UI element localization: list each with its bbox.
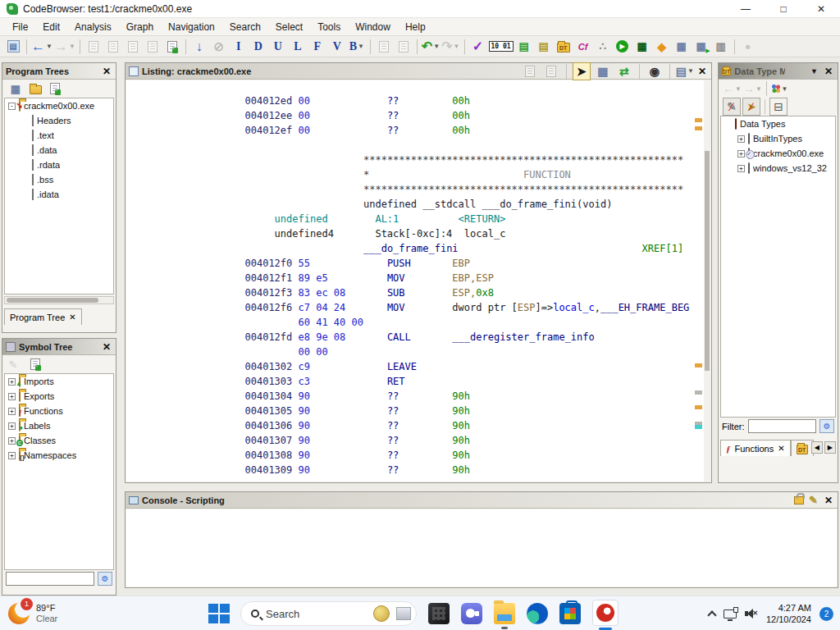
dtm-filter-options-icon[interactable]: ⚙ <box>819 419 834 433</box>
down-arrow-icon[interactable]: ↓ <box>190 38 208 56</box>
dtm-filter-input[interactable] <box>748 419 817 433</box>
taskbar-terminal-icon[interactable] <box>428 603 450 624</box>
taskbar-explorer-icon[interactable] <box>494 603 515 624</box>
program-tree-row[interactable]: .text <box>5 128 113 143</box>
page-tool-icon-1[interactable] <box>84 38 103 56</box>
save-icon[interactable]: ▤ <box>4 38 22 56</box>
datatype-tree-row[interactable]: +BuiltInTypes <box>721 131 835 146</box>
network-ethernet-icon[interactable] <box>724 609 737 619</box>
program-tree-tab[interactable]: Program Tree ✕ <box>4 308 82 325</box>
tray-clock[interactable]: 4:27 AM 12/10/2024 <box>766 602 811 625</box>
clear-console-icon[interactable]: ✎ <box>809 494 818 506</box>
datatype-tree-row[interactable]: Data Types <box>721 116 835 131</box>
program-tree-hscrollbar[interactable] <box>4 296 114 304</box>
edit-pencil-icon[interactable]: ✎ <box>7 355 25 373</box>
console-header[interactable]: Console - Scripting ✎ ✕ <box>126 492 838 509</box>
listing-line[interactable]: *FUNCTION <box>126 167 710 182</box>
tab-scroll-left-icon[interactable]: ◀ <box>811 441 823 454</box>
datatype-manager-header[interactable]: DT Data Type Manager ▼ ✕ <box>719 63 838 80</box>
symbol-tree-row[interactable]: +Exports <box>5 389 113 404</box>
symbol-tree-row[interactable]: +CClasses <box>5 433 113 448</box>
symbol-tree-filter-options-icon[interactable]: ⚙ <box>98 572 112 586</box>
listing-line[interactable]: ****************************************… <box>126 182 710 197</box>
listing-line[interactable]: 00 00 <box>126 345 710 359</box>
menu-file[interactable]: File <box>5 20 35 34</box>
page-tool-icon-2[interactable] <box>104 38 122 56</box>
listing-vscroll-thumb[interactable] <box>705 151 710 371</box>
back-arrow-icon[interactable]: ←▼ <box>31 38 52 56</box>
letter-f-button[interactable]: F <box>308 38 326 56</box>
listing-vscrollbar[interactable] <box>704 80 710 482</box>
merge-tool-icon-1[interactable] <box>375 38 393 56</box>
listing-line[interactable]: 004012fde8 9e 08CALL___deregister_frame_… <box>126 330 710 345</box>
menu-search[interactable]: Search <box>222 20 268 34</box>
expander-plus-icon[interactable]: + <box>737 135 745 143</box>
snapshot-camera-icon[interactable]: ◉ <box>646 62 664 80</box>
no-pointer-icon[interactable]: ➤∕ <box>742 98 760 116</box>
menu-navigation[interactable]: Navigation <box>161 20 222 34</box>
program-tree-row[interactable]: Headers <box>5 113 113 128</box>
page-record-icon[interactable] <box>163 38 181 56</box>
menu-edit[interactable]: Edit <box>35 20 67 34</box>
memory-map-icon[interactable]: ▤ <box>515 38 533 56</box>
listing-line[interactable]: 004012ef00??00h <box>126 123 710 138</box>
export-tree-icon[interactable] <box>46 80 64 98</box>
listing-line[interactable]: 004012f6c7 04 24MOVdword ptr [ESP]=>loca… <box>126 300 710 315</box>
org-chart-icon[interactable]: ▥ <box>712 38 730 56</box>
listing-line[interactable]: undefined __stdcall ___do_frame_fini(voi… <box>126 197 710 212</box>
taskbar-store-icon[interactable] <box>559 603 581 624</box>
program-trees-header[interactable]: Program Trees ✕ <box>2 63 116 80</box>
clear-flow-icon[interactable]: ⊘ <box>210 38 228 56</box>
memory-chip-icon[interactable]: ▦ <box>633 38 651 56</box>
expander-plus-icon[interactable]: + <box>8 452 16 459</box>
letter-v-button[interactable]: V <box>328 38 346 56</box>
listing-line[interactable]: 004012f383 ec 08SUBESP,0x8 <box>126 285 710 300</box>
scroll-lock-icon[interactable] <box>794 496 804 504</box>
expander-plus-icon[interactable]: + <box>8 378 16 386</box>
letter-l-button[interactable]: L <box>289 38 307 56</box>
binary-view-icon[interactable]: 10 01 <box>489 38 514 56</box>
diff-view-icon[interactable]: ⇄ <box>615 62 633 80</box>
program-tree-row[interactable]: .rdata <box>5 158 113 172</box>
notification-badge[interactable]: 2 <box>819 607 833 621</box>
program-tree-row[interactable]: .data <box>5 143 113 158</box>
dtm-menu-icon[interactable]: ▼ <box>810 67 818 75</box>
datatype-tree-row[interactable]: +windows_vs12_32 <box>721 161 835 176</box>
listing-line[interactable]: 00401303c3RET <box>126 374 710 389</box>
listing-line[interactable]: 0040130990??90h <box>126 463 710 477</box>
datatypes-tab[interactable]: DT <box>791 440 814 456</box>
merge-tool-icon-2[interactable] <box>395 38 413 56</box>
listing-line[interactable]: 004012ed00??00h <box>126 94 710 108</box>
menu-select[interactable]: Select <box>268 20 310 34</box>
maximize-button[interactable]: □ <box>765 0 802 17</box>
listing-line[interactable] <box>126 138 710 153</box>
start-button[interactable] <box>208 603 229 624</box>
expander-plus-icon[interactable]: + <box>8 408 16 415</box>
diamond-icon[interactable]: ◆ <box>653 38 671 56</box>
listing-header[interactable]: Listing: crackme0x00.exe ➤ ▦ ⇄ ◉ ▤▼ ✕ <box>126 63 711 80</box>
open-folder-icon[interactable] <box>26 80 44 98</box>
datatypes-folder-icon[interactable]: DT <box>555 38 573 56</box>
program-tree-row[interactable]: .bss <box>5 172 113 187</box>
listing-line[interactable]: undefinedAL:1<RETURN> <box>126 212 710 226</box>
listing-line[interactable]: 0040130690??90h <box>126 418 710 433</box>
letter-u-button[interactable]: U <box>269 38 287 56</box>
no-edit-pencil-icon[interactable]: ✎∕ <box>723 98 741 116</box>
dtm-forward-icon[interactable]: →▼ <box>743 80 762 98</box>
functions-tab[interactable]: ƒ Functions ✕ <box>720 440 791 456</box>
listing-line[interactable]: 0040130590??90h <box>126 404 710 418</box>
listing-line[interactable]: 0040130890??90h <box>126 448 710 463</box>
listing-line[interactable]: 60 41 40 00 <box>126 315 710 330</box>
tray-chevron-up-icon[interactable] <box>707 610 716 619</box>
menu-tools[interactable]: Tools <box>310 20 348 34</box>
view-table-icon[interactable]: ▦ <box>7 80 25 98</box>
snapshot-clone-icon[interactable] <box>542 62 560 80</box>
listing-display-icon[interactable]: ▤▼ <box>676 62 694 80</box>
expander-plus-icon[interactable]: + <box>737 150 745 158</box>
listing-line[interactable]: 0040130490??90h <box>126 389 710 404</box>
console-close-icon[interactable]: ✕ <box>823 495 834 506</box>
taskbar-edge-icon[interactable] <box>527 603 548 624</box>
chat-icon[interactable]: ● <box>739 38 757 56</box>
menu-window[interactable]: Window <box>348 20 398 34</box>
program-trees-close-icon[interactable]: ✕ <box>101 66 112 77</box>
